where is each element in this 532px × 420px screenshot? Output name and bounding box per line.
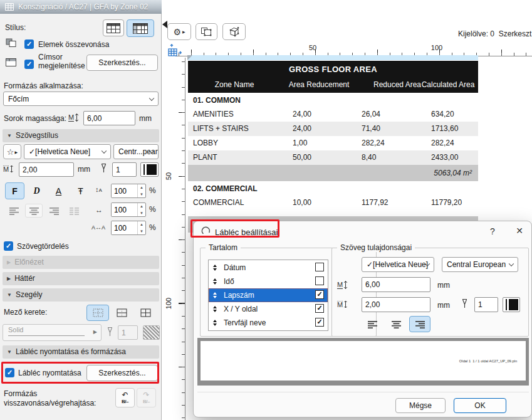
frame-horizontal-button[interactable] [110, 305, 133, 321]
spinner-arrows[interactable]: ▲▼ [137, 184, 145, 197]
footer-print-checkbox[interactable]: ✓ [5, 368, 14, 377]
section-border[interactable]: ▼Szegély [3, 288, 159, 302]
align-left-button[interactable] [5, 204, 23, 218]
pen-number-input[interactable] [112, 162, 137, 177]
font-size-input[interactable] [19, 162, 74, 177]
dialog-pen-color-swatch[interactable] [503, 297, 520, 312]
footer-edit-button[interactable]: Szerkesztés... [86, 365, 158, 381]
spinner-up-icon[interactable]: ▲ [138, 203, 145, 210]
align-center-button[interactable] [25, 204, 43, 218]
underline-button[interactable]: A [49, 182, 68, 199]
dialog-pen-input[interactable] [474, 297, 498, 312]
spinner-up-icon[interactable]: ▲ [138, 184, 145, 191]
char-width-spinner[interactable]: ▲▼ [111, 202, 146, 217]
dialog-height-unit: mm [437, 281, 450, 290]
show-headline-checkbox[interactable]: ✓ [24, 60, 34, 69]
list-item[interactable]: Dátum [209, 261, 328, 275]
spinner-up-icon[interactable]: ▲ [138, 221, 145, 228]
table-row[interactable]: COMMERCIAL10,001177,9211779,20 [188, 196, 478, 210]
section-preview[interactable]: ▶Előnézet [3, 256, 159, 269]
merge-elements-icon [6, 38, 16, 50]
table-row[interactable]: AMENITIES24,0026,04634,20 [188, 107, 478, 122]
frame-all-button[interactable] [134, 305, 157, 321]
spinner-arrows[interactable]: ▲▼ [137, 203, 145, 216]
dialog-font-dropdown[interactable]: ✓[Helvetica Neue] [362, 257, 434, 272]
cancel-button[interactable]: Mégse [395, 398, 446, 413]
row-height-input[interactable] [83, 111, 135, 125]
table-cell: 26,04 [362, 107, 380, 122]
list-item-checkbox[interactable] [315, 276, 324, 285]
chevron-down-icon [149, 95, 154, 100]
panel-title-bar[interactable]: Konszignáció / AC27 | GFA by Zone 02 [0, 0, 162, 14]
list-item-checkbox[interactable]: ✓ [315, 318, 324, 327]
section-footer[interactable]: ▼Lábléc nyomtatása és formázása [3, 345, 159, 359]
reorder-icon[interactable] [213, 292, 217, 298]
char-width-input[interactable] [112, 203, 137, 216]
panel-collapse-arrow-icon[interactable] [162, 21, 167, 28]
align-right-button[interactable] [45, 204, 63, 218]
select-elements-button[interactable] [196, 23, 217, 40]
spinner-arrows[interactable]: ▲▼ [137, 221, 145, 234]
dialog-size-input[interactable] [362, 297, 430, 312]
reorder-icon[interactable] [213, 320, 217, 326]
settings-gear-button[interactable]: ⚙▶ [167, 23, 191, 40]
style-headers-button[interactable] [127, 19, 154, 37]
text-wrap-checkbox[interactable]: ✓ [4, 241, 13, 251]
reorder-icon[interactable] [213, 265, 217, 271]
footer-preview: Oldal 1 1 / 1 oldal AC27_UP_09.pln [197, 338, 529, 386]
spinner-down-icon[interactable]: ▼ [138, 228, 145, 235]
schedule-selection-band[interactable] [188, 55, 478, 60]
style-compact-button[interactable] [103, 19, 124, 36]
char-spacing-spinner[interactable]: ▲▼ [111, 221, 146, 235]
frame-dotted-icon [93, 308, 103, 317]
ok-button[interactable]: OK [454, 398, 506, 413]
align-justify-button[interactable] [65, 204, 83, 218]
apply-format-dropdown[interactable]: Főcím [3, 92, 159, 106]
merge-elements-checkbox[interactable]: ✓ [24, 39, 34, 49]
reorder-icon[interactable] [213, 278, 217, 285]
headline-edit-button[interactable]: Szerkesztés... [86, 55, 158, 71]
content-list[interactable]: DátumIdőLapszám✓X / Y oldal✓Tervfájl nev… [208, 260, 328, 331]
list-item-checkbox[interactable]: ✓ [315, 304, 324, 313]
table-row[interactable]: PLANT50,008,402433,00 [188, 150, 478, 165]
spinner-down-icon[interactable]: ▼ [138, 210, 145, 217]
pen-color-swatch[interactable] [140, 162, 159, 177]
chevron-down-icon [509, 261, 514, 266]
strikethrough-button[interactable]: Ŧ [71, 182, 90, 199]
format-redo-button[interactable]: ↷B/– [137, 388, 156, 407]
list-item[interactable]: Idő [209, 275, 328, 288]
favorites-star-button[interactable]: ☆▶ [3, 144, 21, 159]
frame-pen-input [118, 325, 138, 340]
list-item[interactable]: Lapszám✓ [209, 288, 328, 302]
font-dropdown[interactable]: ✓[Helvetica Neue] [24, 144, 111, 159]
frame-pattern-swatch[interactable] [143, 325, 160, 340]
dialog-align-right-button[interactable] [409, 316, 430, 332]
format-undo-button[interactable]: ↶B/– [115, 388, 135, 407]
frame-none-button[interactable] [86, 305, 109, 321]
help-button[interactable]: ? [487, 226, 498, 236]
char-spacing-input[interactable] [112, 221, 137, 234]
select-in-3d-button[interactable] [222, 23, 246, 40]
dialog-height-input[interactable] [362, 277, 430, 292]
spinner-down-icon[interactable]: ▼ [138, 191, 145, 198]
dialog-align-left-button[interactable] [362, 316, 383, 332]
reorder-icon[interactable] [213, 306, 217, 312]
dialog-align-center-button[interactable] [385, 316, 407, 332]
list-item-checkbox[interactable]: ✓ [315, 290, 324, 299]
schedule-drag-marker-icon[interactable] [187, 55, 192, 60]
line-spacing-input[interactable] [112, 184, 137, 197]
table-cell: 1,00 [293, 136, 307, 150]
section-background[interactable]: ▶Háttér [3, 272, 159, 285]
encoding-dropdown[interactable]: Centr...pean [113, 144, 159, 159]
bold-button[interactable]: F [5, 182, 24, 199]
close-icon[interactable]: ✕ [513, 226, 526, 236]
dialog-encoding-dropdown[interactable]: Central European [442, 257, 518, 272]
list-item-checkbox[interactable] [315, 263, 324, 271]
table-row[interactable]: LOBBY1,00282,24282,24 [188, 136, 478, 150]
table-row[interactable]: LIFTS + STAIRS24,0071,401713,60 [188, 122, 478, 136]
italic-button[interactable]: D [27, 182, 46, 199]
line-spacing-spinner[interactable]: ▲▼ [111, 184, 146, 198]
section-text-style[interactable]: ▼Szövegstílus [3, 129, 159, 142]
list-item[interactable]: X / Y oldal✓ [209, 302, 328, 316]
list-item[interactable]: Tervfájl neve✓ [209, 316, 328, 330]
